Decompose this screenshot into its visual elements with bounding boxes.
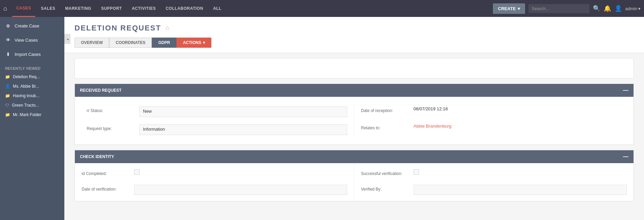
- recent-item-0[interactable]: 📁 Deletion Req... ✏: [0, 72, 64, 82]
- received-request-header: RECEIVED REQUEST —: [75, 84, 633, 97]
- successful-verification-label: Successful verification:: [361, 169, 409, 176]
- sidebar-collapse-button[interactable]: ◂: [64, 34, 70, 44]
- verified-by-value[interactable]: [414, 185, 627, 195]
- download-icon: ⬇: [5, 51, 11, 57]
- nav-item-marketing[interactable]: MARKETING: [61, 0, 95, 17]
- top-navigation: ⌂ CASES SALES MARKETING SUPPORT ACTIVITI…: [0, 0, 644, 17]
- tab-gdpr[interactable]: GDPR: [152, 38, 176, 48]
- person-icon-1: 👤: [5, 84, 10, 89]
- id-completed-field: id Completed:: [75, 167, 354, 179]
- received-request-left-col: rr Status: New Request type: Information: [80, 104, 354, 138]
- check-identity-collapse-icon[interactable]: —: [623, 154, 628, 160]
- tab-bar: OVERVIEW Coordinates GDPR ACTIONS ▾: [75, 38, 634, 48]
- relates-to-label: Relates to:: [361, 124, 409, 130]
- folder-icon-2: 📁: [5, 93, 10, 98]
- folder-icon-0: 📁: [5, 74, 10, 79]
- date-of-reception-field: Date of reception: 08/07/2019 12:18: [354, 104, 629, 116]
- check-identity-left-col: id Completed: Date of verification:: [75, 163, 354, 201]
- page-title-row: DELETION REQUEST ☆: [75, 24, 634, 32]
- recent-item-2[interactable]: 📁 Having troub... ✏: [0, 91, 64, 101]
- shield-icon-3: 🛡: [5, 103, 9, 108]
- favorite-star-icon[interactable]: ☆: [165, 24, 170, 32]
- tab-coordinates[interactable]: Coordinates: [109, 38, 152, 48]
- request-type-field: Request type: Information: [80, 122, 354, 138]
- relates-to-value[interactable]: Abbie Brandenburg: [414, 124, 622, 129]
- eye-icon: 👁: [5, 37, 11, 43]
- sidebar-item-create-case[interactable]: ⊕ Create Case: [0, 19, 64, 33]
- recently-viewed-title: Recently Viewed: [0, 61, 64, 72]
- main-layout: ⊕ Create Case 👁 View Cases ⬇ Import Case…: [0, 17, 644, 220]
- folder-icon-4: 📁: [5, 112, 10, 117]
- verified-by-field: Verified By:: [354, 182, 634, 198]
- admin-dropdown-icon: ▾: [638, 6, 641, 11]
- check-identity-section: CHECK IDENTITY — id Completed: Date of v…: [75, 150, 634, 201]
- date-of-verification-label: Date of verification:: [82, 185, 129, 192]
- page-header: DELETION REQUEST ☆ OVERVIEW Coordinates …: [64, 17, 644, 53]
- tab-overview[interactable]: OVERVIEW: [75, 38, 109, 48]
- search-input[interactable]: [528, 4, 589, 13]
- rr-status-label: rr Status:: [87, 106, 134, 113]
- nav-item-collaboration[interactable]: COLLABORATION: [162, 0, 207, 17]
- nav-right: CREATE ▾ 🔍 🔔 👤 admin ▾: [493, 3, 641, 14]
- received-request-right-col: Date of reception: 08/07/2019 12:18 Rela…: [354, 104, 629, 138]
- tab-actions[interactable]: ACTIONS ▾: [176, 38, 211, 48]
- check-identity-header: CHECK IDENTITY —: [75, 150, 633, 163]
- check-identity-title: CHECK IDENTITY: [80, 154, 114, 159]
- nav-item-support[interactable]: SUPPORT: [97, 0, 126, 17]
- nav-item-cases[interactable]: CASES: [12, 0, 35, 17]
- search-icon[interactable]: 🔍: [593, 5, 600, 12]
- notification-icon[interactable]: 🔔: [604, 5, 611, 12]
- main-content: ◂ DELETION REQUEST ☆ OVERVIEW Coordinate…: [64, 17, 644, 220]
- request-type-value: Information: [139, 124, 347, 135]
- date-of-reception-label: Date of reception:: [361, 106, 409, 113]
- date-of-reception-value: 08/07/2019 12:18: [414, 106, 622, 111]
- create-dropdown-icon: ▾: [518, 6, 520, 11]
- recent-item-4[interactable]: 📁 Mr. Mark Folder ✏: [0, 110, 64, 119]
- date-of-verification-value[interactable]: [134, 185, 347, 195]
- nav-item-all[interactable]: ALL: [209, 0, 226, 17]
- content-area: RECEIVED REQUEST — rr Status: New Req: [64, 53, 644, 212]
- actions-dropdown-icon: ▾: [203, 40, 205, 45]
- nav-items: CASES SALES MARKETING SUPPORT ACTIVITIES…: [12, 0, 493, 17]
- received-request-title: RECEIVED REQUEST: [80, 88, 122, 93]
- received-request-body: rr Status: New Request type: Information: [75, 97, 633, 145]
- relates-to-field: Relates to: Abbie Brandenburg: [354, 121, 629, 133]
- home-icon[interactable]: ⌂: [3, 5, 7, 12]
- page-title: DELETION REQUEST: [75, 24, 161, 32]
- successful-verification-field: Successful verification:: [354, 167, 634, 179]
- date-of-verification-field: Date of verification:: [75, 182, 354, 198]
- id-completed-label: id Completed:: [82, 169, 129, 176]
- recent-item-3[interactable]: 🛡 Green Tracto... ✏: [0, 101, 64, 110]
- successful-verification-checkbox[interactable]: [414, 169, 419, 175]
- id-completed-checkbox[interactable]: [134, 169, 140, 175]
- verified-by-label: Verified By:: [361, 185, 409, 192]
- sidebar-item-import-cases[interactable]: ⬇ Import Cases: [0, 47, 64, 61]
- check-identity-body: id Completed: Date of verification:: [75, 163, 633, 201]
- sidebar: ⊕ Create Case 👁 View Cases ⬇ Import Case…: [0, 17, 64, 220]
- request-type-label: Request type:: [87, 124, 134, 131]
- user-avatar-icon[interactable]: 👤: [615, 5, 622, 12]
- received-request-collapse-icon[interactable]: —: [623, 87, 628, 93]
- rr-status-field: rr Status: New: [80, 104, 354, 120]
- recent-item-1[interactable]: 👤 Ms. Abbie Br... ✏: [0, 82, 64, 91]
- sidebar-item-view-cases[interactable]: 👁 View Cases: [0, 33, 64, 47]
- rr-status-value: New: [139, 106, 347, 117]
- admin-menu[interactable]: admin ▾: [625, 6, 641, 11]
- plus-circle-icon: ⊕: [5, 23, 11, 29]
- check-identity-right-col: Successful verification: Verified By:: [354, 163, 634, 201]
- create-button[interactable]: CREATE ▾: [493, 3, 525, 14]
- received-request-section: RECEIVED REQUEST — rr Status: New Req: [75, 84, 634, 145]
- empty-block: [75, 58, 634, 79]
- nav-item-activities[interactable]: ACTIVITIES: [128, 0, 160, 17]
- nav-item-sales[interactable]: SALES: [37, 0, 60, 17]
